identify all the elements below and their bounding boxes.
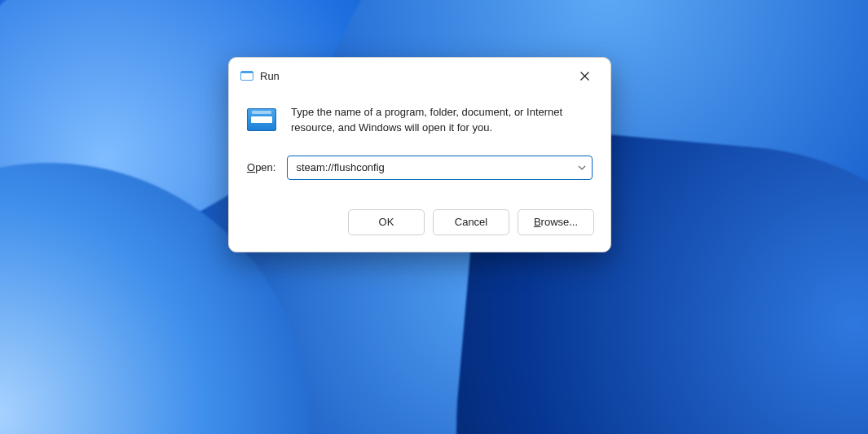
run-dialog: Run Type the name of a program, folder, … (228, 57, 611, 252)
titlebar: Run (229, 58, 610, 90)
dialog-content: Type the name of a program, folder, docu… (229, 90, 610, 139)
open-combobox[interactable] (287, 156, 593, 180)
run-titlebar-icon (240, 71, 253, 81)
open-row: Open: (229, 139, 610, 201)
browse-button[interactable]: Browse... (518, 209, 594, 235)
dialog-title: Run (260, 70, 570, 82)
close-icon (580, 72, 589, 81)
dialog-description: Type the name of a program, folder, docu… (291, 105, 593, 136)
run-icon (247, 108, 276, 131)
ok-button[interactable]: OK (348, 209, 425, 235)
button-row: OK Cancel Browse... (229, 201, 610, 252)
close-button[interactable] (570, 66, 599, 85)
open-input[interactable] (287, 156, 593, 180)
cancel-button[interactable]: Cancel (433, 209, 509, 235)
open-label: Open: (247, 161, 275, 173)
